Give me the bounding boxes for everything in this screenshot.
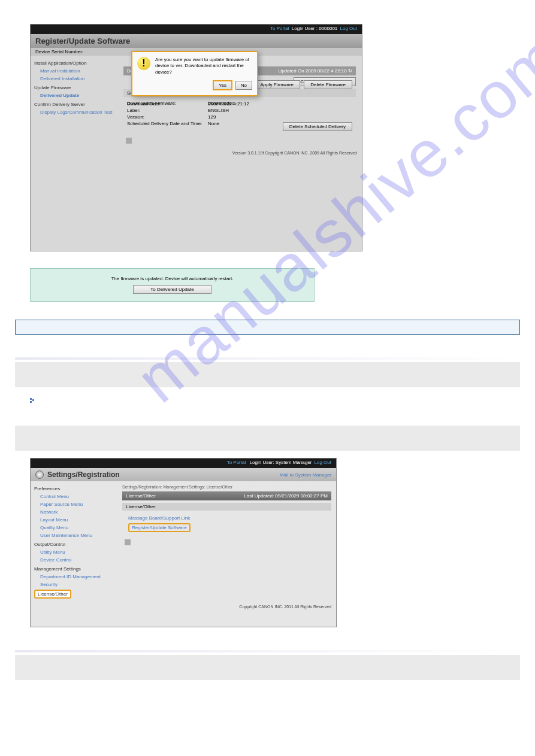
- nav-device-control[interactable]: Device Control: [34, 556, 114, 564]
- nav-header-mgmt: Management Settings: [34, 566, 114, 572]
- nav-delivered-install[interactable]: Delivered Installation: [34, 75, 114, 83]
- login-label-2: Login User:: [250, 460, 274, 465]
- settings-registration-screenshot: To Portal Login User: System Manager Log…: [30, 458, 337, 627]
- nav-manual-install[interactable]: Manual Installation: [34, 67, 114, 75]
- label-label: Label:: [127, 108, 208, 113]
- footer-copyright-2: Copyright CANON INC. 2011 All Rights Res…: [31, 602, 336, 627]
- step-bullet-icon: [30, 398, 520, 403]
- yes-button[interactable]: Yes: [213, 80, 232, 90]
- note-block-1: [15, 320, 520, 335]
- label-version: Version:: [127, 114, 208, 120]
- refresh-icon[interactable]: ↻: [348, 68, 352, 74]
- login-user-2: System Manager: [276, 460, 312, 465]
- delete-firmware-button[interactable]: Delete Firmware: [304, 80, 352, 89]
- nav-header-output: Output/Control: [34, 542, 114, 547]
- logout-link[interactable]: Log Out: [340, 26, 357, 31]
- section-bar: License/Other Last Updated: 09/21/2029 0…: [122, 491, 331, 500]
- link-register-update-software[interactable]: Register/Update Software: [128, 523, 191, 532]
- mail-to-manager-link[interactable]: Mail to System Manager: [280, 472, 331, 478]
- success-notice: The firmware is updated. Device will aut…: [30, 268, 315, 302]
- nav-quality-menu[interactable]: Quality Menu: [34, 524, 114, 532]
- page-title-2: Settings/Registration: [47, 470, 120, 479]
- last-updated: Last Updated: 09/21/2029 08:02:27 PM: [244, 493, 328, 499]
- footer-copyright: Version 3.0.1.19f Copyright CANON INC. 2…: [31, 148, 362, 245]
- to-delivered-update-button[interactable]: To Delivered Update: [133, 285, 211, 294]
- to-portal-link[interactable]: To Portal: [270, 26, 289, 31]
- nav-layout-menu[interactable]: Layout Menu: [34, 516, 114, 524]
- link-message-board[interactable]: Message Board/Support Link: [128, 515, 325, 521]
- dialog-message: Are you sure you want to update firmware…: [155, 57, 252, 75]
- sidebar-nav: Install Application/Option Manual Instal…: [31, 56, 117, 148]
- nav-header-install: Install Application/Option: [34, 60, 114, 66]
- nav-network[interactable]: Network: [34, 508, 114, 516]
- value-label: ENGLISH: [208, 108, 352, 113]
- register-update-screenshot: To Portal Login User : 0000001 Log Out R…: [30, 24, 362, 251]
- warning-icon: !: [137, 57, 150, 70]
- svg-rect-0: [30, 398, 32, 400]
- nav-utility-menu[interactable]: Utility Menu: [34, 548, 114, 556]
- nav-user-maintenance[interactable]: User Maintenance Menu: [34, 532, 114, 539]
- apply-firmware-button[interactable]: Apply Firmware: [254, 80, 301, 89]
- sidebar-nav-2: Preferences Control Menu Paper Source Me…: [31, 481, 117, 602]
- success-text: The firmware is updated. Device will aut…: [38, 276, 307, 281]
- nav-header-pref: Preferences: [34, 486, 114, 491]
- section-divider-3: [15, 650, 520, 680]
- to-portal-link-2[interactable]: To Portal: [227, 460, 246, 465]
- login-label: Login User: [292, 26, 315, 31]
- delete-scheduled-button[interactable]: Delete Scheduled Delivery: [283, 122, 352, 131]
- nav-header-update: Update Firmware: [34, 85, 114, 90]
- nav-delivered-update[interactable]: Delivered Update: [34, 92, 114, 99]
- nav-security[interactable]: Security: [34, 581, 114, 588]
- nav-license-other[interactable]: License/Other: [34, 590, 71, 599]
- main-panel-2: Settings/Registration: Management Settin…: [117, 481, 336, 602]
- breadcrumb: Settings/Registration: Management Settin…: [122, 485, 331, 489]
- value-download-date: 2009 08/22 4:21:12: [208, 101, 352, 107]
- logout-link-2[interactable]: Log Out: [315, 460, 331, 465]
- no-button[interactable]: No: [235, 81, 252, 90]
- page-top-icon[interactable]: [126, 138, 132, 144]
- globe-icon: [35, 470, 44, 479]
- top-bar: To Portal Login User : 0000001 Log Out: [31, 25, 362, 34]
- svg-rect-1: [32, 399, 34, 401]
- login-user: 0000001: [319, 26, 337, 31]
- section-divider-2: [15, 426, 520, 451]
- nav-paper-source[interactable]: Paper Source Menu: [34, 500, 114, 508]
- label-sched: Scheduled Delivery Date and Time:: [127, 121, 208, 126]
- bar-title-2: License/Other: [126, 493, 156, 499]
- section-divider-1: [15, 357, 520, 387]
- nav-display-logs[interactable]: Display Logs/Communication Test: [34, 108, 114, 116]
- page-top-icon-2[interactable]: [125, 539, 131, 545]
- value-version: 129: [208, 114, 352, 120]
- nav-control-menu[interactable]: Control Menu: [34, 493, 114, 500]
- page-title: Register/Update Software: [31, 34, 362, 48]
- svg-rect-2: [30, 401, 32, 403]
- confirm-dialog: ! Are you sure you want to update firmwa…: [131, 51, 258, 96]
- top-bar-2: To Portal Login User: System Manager Log…: [31, 459, 336, 468]
- subhead-license: License/Other: [122, 503, 331, 511]
- label-download-date: Download Date:: [127, 101, 208, 107]
- updated-on: Updated On 2009 08/22 4:22:10: [278, 68, 346, 74]
- nav-dept-id[interactable]: Department ID Management: [34, 573, 114, 581]
- nav-header-confirm: Confirm Delivery Server: [34, 102, 114, 107]
